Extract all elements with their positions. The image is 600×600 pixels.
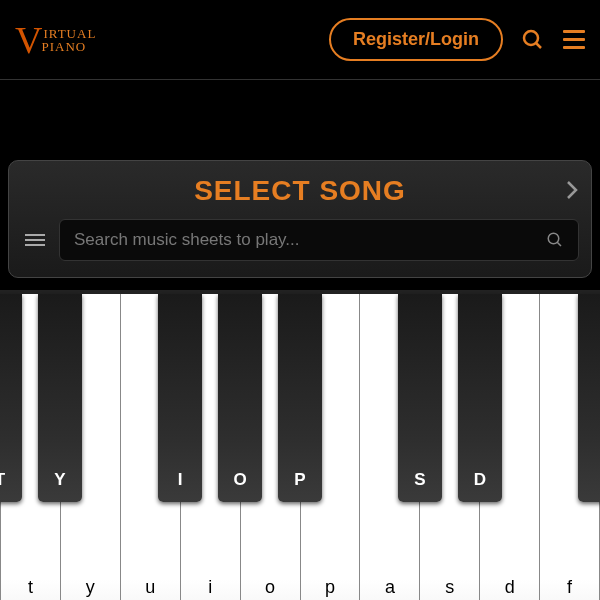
black-key-label: P: [294, 470, 305, 490]
black-key-O[interactable]: O: [218, 294, 262, 502]
piano-keyboard: tyuiopasdf TYIOPSD: [0, 290, 600, 600]
white-key-label: u: [145, 577, 155, 598]
svg-point-0: [524, 31, 538, 45]
black-key-label: T: [0, 470, 5, 490]
white-key-label: f: [567, 577, 572, 598]
white-key-label: s: [445, 577, 454, 598]
spacer: [0, 80, 600, 160]
search-input[interactable]: [74, 230, 546, 250]
register-login-button[interactable]: Register/Login: [329, 18, 503, 61]
search-icon[interactable]: [521, 28, 545, 52]
black-key-label: D: [474, 470, 486, 490]
black-key-T[interactable]: T: [0, 294, 22, 502]
chevron-right-icon[interactable]: [565, 179, 579, 201]
svg-line-3: [557, 242, 561, 246]
svg-line-1: [536, 43, 541, 48]
song-panel: SELECT SONG: [8, 160, 592, 278]
black-key-label: I: [178, 470, 183, 490]
white-key-label: o: [265, 577, 275, 598]
menu-icon[interactable]: [563, 30, 585, 49]
black-key-label: O: [233, 470, 246, 490]
list-icon[interactable]: [21, 234, 49, 246]
white-key-label: t: [28, 577, 33, 598]
header: VIRTUALPIANO Register/Login: [0, 0, 600, 80]
black-key-S[interactable]: S: [398, 294, 442, 502]
search-box: [59, 219, 579, 261]
black-key-P[interactable]: P: [278, 294, 322, 502]
black-key-label: S: [414, 470, 425, 490]
search-icon[interactable]: [546, 231, 564, 249]
svg-point-2: [548, 233, 559, 244]
black-key-blank[interactable]: [578, 294, 600, 502]
white-key-label: a: [385, 577, 395, 598]
select-song-title: SELECT SONG: [21, 175, 579, 207]
white-key-label: i: [208, 577, 212, 598]
white-key-label: p: [325, 577, 335, 598]
white-key-label: d: [505, 577, 515, 598]
black-key-D[interactable]: D: [458, 294, 502, 502]
black-key-Y[interactable]: Y: [38, 294, 82, 502]
logo[interactable]: VIRTUALPIANO: [15, 21, 96, 59]
black-key-label: Y: [54, 470, 65, 490]
white-key-label: y: [86, 577, 95, 598]
black-key-I[interactable]: I: [158, 294, 202, 502]
